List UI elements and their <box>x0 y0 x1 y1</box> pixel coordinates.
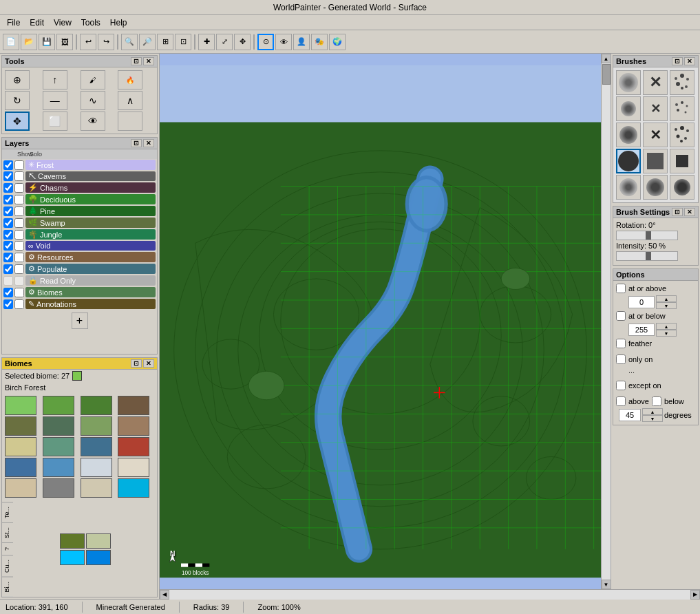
tool-fire[interactable]: 🔥 <box>118 70 142 89</box>
above-checkbox[interactable] <box>616 396 626 406</box>
layer-row-void[interactable]: ∞ Void <box>2 240 157 251</box>
rotation-thumb[interactable] <box>646 231 651 240</box>
tools-panel-close[interactable]: ✕ <box>143 57 154 65</box>
menu-file[interactable]: File <box>3 17 24 29</box>
layer-row-populate[interactable]: ⚙ Populate <box>2 263 157 275</box>
layer-row-readonly[interactable]: 🔒 Read Only <box>2 275 157 286</box>
layer-populate-label[interactable]: ⚙ Populate <box>25 264 156 274</box>
menu-edit[interactable]: Edit <box>25 17 48 29</box>
biome-extra-2[interactable] <box>86 533 111 549</box>
scroll-thumb-v[interactable] <box>602 64 611 85</box>
menu-tools[interactable]: Tools <box>77 17 105 29</box>
vertical-scrollbar[interactable]: ▲ ▼ <box>601 54 611 589</box>
degrees-input[interactable] <box>619 409 641 421</box>
tool-ridge[interactable]: ∧ <box>118 91 142 110</box>
layer-deciduous-show[interactable] <box>3 195 13 204</box>
menu-view[interactable]: View <box>50 17 76 29</box>
layer-caverns-label[interactable]: ⛏ Caverns <box>25 171 156 181</box>
layer-readonly-show[interactable] <box>3 276 13 286</box>
layer-biomes-show[interactable] <box>3 288 13 297</box>
intensity-slider[interactable] <box>616 251 678 261</box>
except-on-checkbox[interactable] <box>616 381 626 390</box>
biome-item-20[interactable] <box>118 478 149 498</box>
layer-void-label[interactable]: ∞ Void <box>25 241 156 251</box>
layer-jungle-label[interactable]: 🌴 Jungle <box>25 229 156 240</box>
brush-square-small[interactable] <box>670 149 694 173</box>
layer-add-button[interactable]: + <box>72 313 88 329</box>
toolbar-undo[interactable]: ↩ <box>80 34 96 50</box>
tool-move2[interactable]: ✥ <box>5 112 30 131</box>
toolbar-zoom-in[interactable]: 🔍 <box>121 34 138 50</box>
toolbar-open[interactable]: 📂 <box>21 34 37 50</box>
layers-panel-float[interactable]: ⊡ <box>131 139 142 147</box>
tool-rotate[interactable]: ↻ <box>5 91 30 110</box>
side-tab-biomes[interactable]: Bi... <box>2 577 13 597</box>
biome-extra-3[interactable] <box>60 550 85 565</box>
layer-resources-show[interactable] <box>3 253 13 262</box>
toolbar-save[interactable]: 💾 <box>39 34 55 50</box>
layer-biomes-solo[interactable] <box>14 288 24 297</box>
layer-row-jungle[interactable]: 🌴 Jungle <box>2 229 157 240</box>
layer-row-annotations[interactable]: ✎ Annotations <box>2 298 157 310</box>
biome-item-3[interactable] <box>81 396 112 415</box>
side-tab-terrain[interactable]: Te... <box>2 502 13 522</box>
biome-item-11[interactable] <box>81 437 112 456</box>
layer-void-show[interactable] <box>3 241 13 251</box>
biome-item-4[interactable] <box>118 396 149 415</box>
tools-panel-float[interactable]: ⊡ <box>131 57 142 65</box>
brush-scatter-3[interactable] <box>670 123 694 147</box>
layer-row-deciduous[interactable]: 🌳 Deciduous <box>2 193 157 205</box>
toolbar-new[interactable]: 📄 <box>3 34 19 50</box>
tool-smooth[interactable]: ∿ <box>81 91 105 110</box>
scroll-right-button[interactable]: ▶ <box>690 590 700 600</box>
layer-jungle-solo[interactable] <box>14 230 24 240</box>
brush-circle-soft-2[interactable] <box>616 96 641 121</box>
biomes-panel-float[interactable]: ⊡ <box>131 359 142 368</box>
toolbar-eye[interactable]: 👁 <box>275 34 292 50</box>
layer-frost-solo[interactable] <box>14 160 24 170</box>
brush-circle-soft-3[interactable] <box>616 175 641 200</box>
biome-item-7[interactable] <box>81 416 112 436</box>
rotation-slider[interactable] <box>616 231 678 240</box>
layer-resources-label[interactable]: ⚙ Resources <box>25 252 156 262</box>
layer-swamp-show[interactable] <box>3 218 13 228</box>
brush-settings-close[interactable]: ✕ <box>684 208 695 216</box>
biome-item-13[interactable] <box>5 458 36 477</box>
layer-annotations-show[interactable] <box>3 299 13 309</box>
layer-readonly-solo[interactable] <box>14 276 24 286</box>
toolbar-export[interactable]: 🖼 <box>56 34 73 50</box>
layer-jungle-show[interactable] <box>3 230 13 240</box>
toolbar-mask[interactable]: 🎭 <box>311 34 328 50</box>
layer-pine-show[interactable] <box>3 207 13 216</box>
brushes-close[interactable]: ✕ <box>684 57 695 65</box>
biome-extra-4[interactable] <box>86 550 111 565</box>
side-tab-custom[interactable]: Cu... <box>2 555 13 577</box>
side-tab-structures[interactable]: St... <box>2 522 13 542</box>
toolbar-move[interactable]: ✥ <box>234 34 251 50</box>
brush-scatter-1[interactable] <box>670 70 694 95</box>
brush-x-1[interactable]: ✕ <box>643 70 668 95</box>
layer-row-biomes[interactable]: ⚙ Biomes <box>2 286 157 298</box>
layer-chasms-solo[interactable] <box>14 183 24 193</box>
biome-extra-1[interactable] <box>60 533 85 549</box>
layer-populate-solo[interactable] <box>14 264 24 274</box>
layer-row-chasms[interactable]: ⚡ Chasms <box>2 182 157 193</box>
brush-scatter-2[interactable] <box>670 96 694 121</box>
toolbar-world[interactable]: 🌍 <box>329 34 346 50</box>
brush-circle-soft-5[interactable] <box>670 175 694 200</box>
tool-move-up[interactable]: ↑ <box>43 70 67 89</box>
biome-item-17[interactable] <box>5 478 36 498</box>
toolbar-redo[interactable]: ↪ <box>98 34 114 50</box>
at-or-below-up[interactable]: ▲ <box>656 323 677 330</box>
brush-circle-soft-1[interactable] <box>616 70 641 95</box>
brush-settings-float[interactable]: ⊡ <box>672 208 683 216</box>
below-checkbox[interactable] <box>652 396 661 406</box>
biome-item-1[interactable] <box>5 396 36 415</box>
biome-item-19[interactable] <box>81 478 112 498</box>
layer-pine-label[interactable]: 🌲 Pine <box>25 206 156 216</box>
layer-frost-show[interactable] <box>3 160 13 170</box>
brushes-float[interactable]: ⊡ <box>672 57 683 65</box>
brush-circle-medium[interactable] <box>616 123 641 147</box>
brush-square-medium[interactable] <box>643 149 668 173</box>
toolbar-zoom-out[interactable]: 🔎 <box>139 34 156 50</box>
